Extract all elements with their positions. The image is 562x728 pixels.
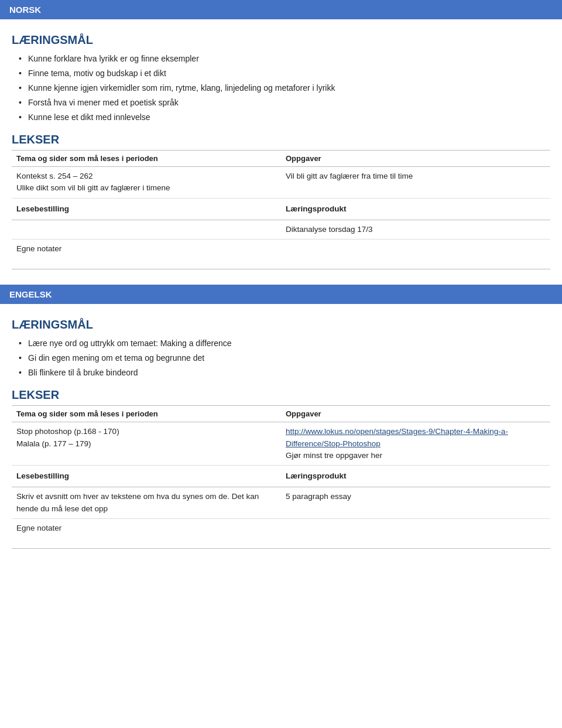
- table-row-label-eng: Lesebestilling Læringsprodukt: [12, 466, 550, 487]
- list-item: Bli flinkere til å bruke bindeord: [18, 367, 550, 379]
- norsk-lesebestilling-content: [12, 220, 281, 239]
- laeringsprodukt-label-norsk: Læringsprodukt: [281, 198, 550, 220]
- list-item: Forstå hva vi mener med et poetisk språk: [18, 97, 550, 109]
- table-row-label: Lesebestilling Læringsprodukt: [12, 198, 550, 220]
- engelsk-content-col2: http://www.lokus.no/open/stages/Stages-9…: [281, 422, 550, 466]
- table-header-row: Tema og sider som må leses i perioden Op…: [12, 406, 550, 422]
- lesebestilling-label-norsk: Lesebestilling: [12, 198, 281, 220]
- list-item: Gi din egen mening om et tema og begrunn…: [18, 352, 550, 364]
- eng-notes-right: [281, 518, 550, 548]
- list-item: Lære nye ord og uttrykk om temaet: Makin…: [18, 337, 550, 350]
- engelsk-content-col1: Stop photoshop (p.168 - 170) Malala (p. …: [12, 422, 281, 466]
- norsk-body: LÆRINGSMÅL Kunne forklare hva lyrikk er …: [0, 19, 562, 279]
- engelsk-laeringsmaal-list: Lære nye ord og uttrykk om temaet: Makin…: [12, 337, 550, 379]
- norsk-lekser-table: Tema og sider som må leses i perioden Op…: [12, 150, 550, 269]
- norsk-notes-right: [281, 240, 550, 269]
- table-row: Kontekst s. 254 – 262 Ulike dikt som vil…: [12, 167, 550, 199]
- norsk-header: NORSK: [0, 0, 562, 19]
- engelsk-lekser-title: LEKSER: [12, 388, 550, 402]
- norsk-laeringsmaal-list: Kunne forklare hva lyrikk er og finne ek…: [12, 53, 550, 124]
- norsk-lekser-title: LEKSER: [12, 133, 550, 146]
- eng-lesebestilling-content: Skriv et avsnitt om hver av tekstene om …: [12, 487, 281, 519]
- norsk-laeringsmaal-title: LÆRINGSMÅL: [12, 33, 550, 47]
- col-header-oppgaver: Oppgaver: [281, 151, 550, 167]
- list-item: Kunne lese et dikt med innlevelse: [18, 111, 550, 124]
- engelsk-body: LÆRINGSMÅL Lære nye ord og uttrykk om te…: [0, 304, 562, 558]
- table-row-label-content: Diktanalyse torsdag 17/3: [12, 220, 550, 239]
- norsk-content-col1: Kontekst s. 254 – 262 Ulike dikt som vil…: [12, 167, 281, 199]
- col-header-oppgaver-eng: Oppgaver: [281, 406, 550, 422]
- laeringsprodukt-label-eng: Læringsprodukt: [281, 466, 550, 487]
- table-row: Stop photoshop (p.168 - 170) Malala (p. …: [12, 422, 550, 466]
- egne-notater-eng: Egne notater: [12, 518, 281, 548]
- engelsk-section: ENGELSK LÆRINGSMÅL Lære nye ord og uttry…: [0, 285, 562, 558]
- col-header-tema-eng: Tema og sider som må leses i perioden: [12, 406, 281, 422]
- table-header-row: Tema og sider som må leses i perioden Op…: [12, 151, 550, 167]
- table-row-notes-eng: Egne notater: [12, 518, 550, 548]
- lokus-link[interactable]: http://www.lokus.no/open/stages/Stages-9…: [286, 427, 508, 447]
- gjor-oppgaver-text: Gjør minst tre oppgaver her: [286, 451, 382, 460]
- eng-laeringsprodukt-content: 5 paragraph essay: [281, 487, 550, 519]
- col-header-tema: Tema og sider som må leses i perioden: [12, 151, 281, 167]
- list-item: Kunne kjenne igjen virkemidler som rim, …: [18, 82, 550, 94]
- lesebestilling-label-eng: Lesebestilling: [12, 466, 281, 487]
- table-row-notes: Egne notater: [12, 240, 550, 269]
- norsk-section: NORSK LÆRINGSMÅL Kunne forklare hva lyri…: [0, 0, 562, 279]
- table-row-label-content-eng: Skriv et avsnitt om hver av tekstene om …: [12, 487, 550, 519]
- engelsk-laeringsmaal-title: LÆRINGSMÅL: [12, 318, 550, 331]
- list-item: Finne tema, motiv og budskap i et dikt: [18, 67, 550, 80]
- egne-notater-norsk: Egne notater: [12, 240, 281, 269]
- list-item: Kunne forklare hva lyrikk er og finne ek…: [18, 53, 550, 65]
- norsk-laeringsprodukt-content: Diktanalyse torsdag 17/3: [281, 220, 550, 239]
- engelsk-header: ENGELSK: [0, 285, 562, 304]
- norsk-content-col2: Vil bli gitt av faglærer fra time til ti…: [281, 167, 550, 199]
- engelsk-lekser-table: Tema og sider som må leses i perioden Op…: [12, 405, 550, 549]
